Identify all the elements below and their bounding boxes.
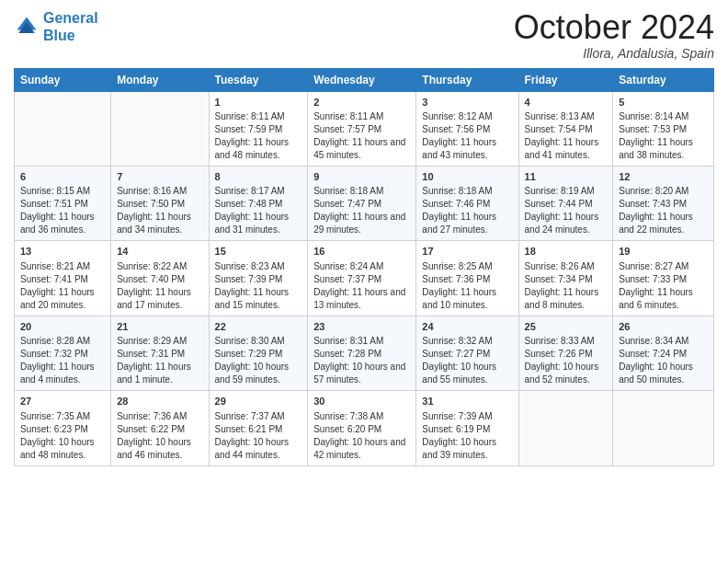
- day-number: 26: [619, 320, 708, 334]
- day-number: 24: [422, 320, 512, 334]
- logo-text: General Blue: [43, 9, 98, 44]
- calendar-cell: [15, 91, 111, 166]
- day-info: Sunrise: 8:23 AMSunset: 7:39 PMDaylight:…: [215, 260, 302, 312]
- logo-line2: Blue: [43, 28, 75, 43]
- day-info: Sunrise: 8:30 AMSunset: 7:29 PMDaylight:…: [215, 335, 302, 386]
- day-info: Sunrise: 8:28 AMSunset: 7:32 PMDaylight:…: [20, 335, 105, 386]
- day-info: Sunrise: 8:12 AMSunset: 7:56 PMDaylight:…: [422, 110, 512, 162]
- day-info: Sunrise: 8:33 AMSunset: 7:26 PMDaylight:…: [525, 335, 608, 386]
- calendar-cell: 6Sunrise: 8:15 AMSunset: 7:51 PMDaylight…: [15, 166, 111, 240]
- day-number: 27: [20, 395, 105, 408]
- day-number: 7: [117, 170, 202, 184]
- day-number: 1: [215, 96, 302, 109]
- day-info: Sunrise: 8:13 AMSunset: 7:54 PMDaylight:…: [525, 110, 608, 162]
- header-sunday: Sunday: [15, 68, 111, 91]
- header-thursday: Thursday: [416, 68, 518, 91]
- header-tuesday: Tuesday: [209, 68, 308, 91]
- calendar-cell: 27Sunrise: 7:35 AMSunset: 6:23 PMDayligh…: [15, 391, 111, 465]
- calendar-week-row: 20Sunrise: 8:28 AMSunset: 7:32 PMDayligh…: [15, 316, 714, 390]
- day-info: Sunrise: 8:25 AMSunset: 7:36 PMDaylight:…: [422, 260, 512, 312]
- day-info: Sunrise: 8:32 AMSunset: 7:27 PMDaylight:…: [422, 335, 512, 386]
- calendar-cell: 12Sunrise: 8:20 AMSunset: 7:43 PMDayligh…: [613, 166, 714, 240]
- calendar-cell: 25Sunrise: 8:33 AMSunset: 7:26 PMDayligh…: [518, 316, 613, 390]
- calendar-cell: [518, 391, 613, 465]
- calendar-cell: 2Sunrise: 8:11 AMSunset: 7:57 PMDaylight…: [308, 91, 416, 166]
- day-info: Sunrise: 8:18 AMSunset: 7:46 PMDaylight:…: [422, 185, 512, 236]
- day-info: Sunrise: 8:24 AMSunset: 7:37 PMDaylight:…: [313, 260, 410, 312]
- day-info: Sunrise: 7:39 AMSunset: 6:19 PMDaylight:…: [422, 410, 512, 462]
- title-block: October 2024 Illora, Andalusia, Spain: [514, 9, 714, 61]
- day-number: 12: [619, 170, 708, 184]
- header-wednesday: Wednesday: [308, 68, 416, 91]
- day-number: 20: [20, 320, 105, 334]
- day-number: 21: [117, 320, 202, 334]
- day-info: Sunrise: 8:18 AMSunset: 7:47 PMDaylight:…: [313, 185, 410, 236]
- day-number: 31: [422, 395, 512, 408]
- calendar-cell: 19Sunrise: 8:27 AMSunset: 7:33 PMDayligh…: [613, 241, 714, 316]
- day-info: Sunrise: 8:16 AMSunset: 7:50 PMDaylight:…: [117, 185, 202, 236]
- day-info: Sunrise: 7:36 AMSunset: 6:22 PMDaylight:…: [117, 410, 202, 462]
- day-number: 19: [619, 245, 708, 259]
- logo-icon: [14, 14, 40, 40]
- logo-line1: General: [43, 10, 98, 26]
- day-number: 28: [117, 395, 202, 408]
- day-number: 15: [215, 245, 302, 259]
- day-number: 2: [313, 96, 410, 109]
- day-number: 17: [422, 245, 512, 259]
- day-info: Sunrise: 8:19 AMSunset: 7:44 PMDaylight:…: [525, 185, 608, 236]
- day-number: 29: [215, 395, 302, 408]
- day-info: Sunrise: 8:21 AMSunset: 7:41 PMDaylight:…: [20, 260, 105, 312]
- day-number: 14: [117, 245, 202, 259]
- calendar-cell: 29Sunrise: 7:37 AMSunset: 6:21 PMDayligh…: [209, 391, 308, 465]
- calendar-cell: 5Sunrise: 8:14 AMSunset: 7:53 PMDaylight…: [613, 91, 714, 166]
- calendar-cell: 3Sunrise: 8:12 AMSunset: 7:56 PMDaylight…: [416, 91, 518, 166]
- calendar-week-row: 6Sunrise: 8:15 AMSunset: 7:51 PMDaylight…: [15, 166, 714, 240]
- calendar-table: SundayMondayTuesdayWednesdayThursdayFrid…: [14, 68, 714, 466]
- calendar-cell: 28Sunrise: 7:36 AMSunset: 6:22 PMDayligh…: [111, 391, 209, 465]
- day-info: Sunrise: 8:17 AMSunset: 7:48 PMDaylight:…: [215, 185, 302, 236]
- day-number: 10: [422, 170, 512, 184]
- calendar-header-row: SundayMondayTuesdayWednesdayThursdayFrid…: [15, 68, 714, 91]
- day-number: 5: [619, 96, 708, 109]
- header-friday: Friday: [518, 68, 613, 91]
- day-info: Sunrise: 8:22 AMSunset: 7:40 PMDaylight:…: [117, 260, 202, 312]
- day-info: Sunrise: 8:34 AMSunset: 7:24 PMDaylight:…: [619, 335, 708, 386]
- day-number: 11: [525, 170, 608, 184]
- calendar-cell: 23Sunrise: 8:31 AMSunset: 7:28 PMDayligh…: [308, 316, 416, 390]
- month-title: October 2024: [514, 9, 714, 46]
- calendar-week-row: 13Sunrise: 8:21 AMSunset: 7:41 PMDayligh…: [15, 241, 714, 316]
- calendar-cell: 21Sunrise: 8:29 AMSunset: 7:31 PMDayligh…: [111, 316, 209, 390]
- day-number: 23: [313, 320, 410, 334]
- day-info: Sunrise: 8:29 AMSunset: 7:31 PMDaylight:…: [117, 335, 202, 386]
- calendar-week-row: 27Sunrise: 7:35 AMSunset: 6:23 PMDayligh…: [15, 391, 714, 465]
- day-info: Sunrise: 7:38 AMSunset: 6:20 PMDaylight:…: [313, 410, 410, 462]
- calendar-cell: 31Sunrise: 7:39 AMSunset: 6:19 PMDayligh…: [416, 391, 518, 465]
- calendar-cell: 9Sunrise: 8:18 AMSunset: 7:47 PMDaylight…: [308, 166, 416, 240]
- day-number: 13: [20, 245, 105, 259]
- calendar-cell: 17Sunrise: 8:25 AMSunset: 7:36 PMDayligh…: [416, 241, 518, 316]
- day-number: 4: [525, 96, 608, 109]
- day-info: Sunrise: 8:26 AMSunset: 7:34 PMDaylight:…: [525, 260, 608, 312]
- day-info: Sunrise: 8:15 AMSunset: 7:51 PMDaylight:…: [20, 185, 105, 236]
- day-info: Sunrise: 7:35 AMSunset: 6:23 PMDaylight:…: [20, 410, 105, 462]
- calendar-cell: 16Sunrise: 8:24 AMSunset: 7:37 PMDayligh…: [308, 241, 416, 316]
- calendar-cell: 8Sunrise: 8:17 AMSunset: 7:48 PMDaylight…: [209, 166, 308, 240]
- header-monday: Monday: [111, 68, 209, 91]
- day-info: Sunrise: 7:37 AMSunset: 6:21 PMDaylight:…: [215, 410, 302, 462]
- calendar-cell: 13Sunrise: 8:21 AMSunset: 7:41 PMDayligh…: [15, 241, 111, 316]
- location: Illora, Andalusia, Spain: [514, 46, 714, 61]
- day-info: Sunrise: 8:31 AMSunset: 7:28 PMDaylight:…: [313, 335, 410, 386]
- day-number: 30: [313, 395, 410, 408]
- calendar-cell: 24Sunrise: 8:32 AMSunset: 7:27 PMDayligh…: [416, 316, 518, 390]
- calendar-cell: [111, 91, 209, 166]
- calendar-cell: [613, 391, 714, 465]
- day-number: 6: [20, 170, 105, 184]
- calendar-cell: 30Sunrise: 7:38 AMSunset: 6:20 PMDayligh…: [308, 391, 416, 465]
- calendar-cell: 10Sunrise: 8:18 AMSunset: 7:46 PMDayligh…: [416, 166, 518, 240]
- day-info: Sunrise: 8:27 AMSunset: 7:33 PMDaylight:…: [619, 260, 708, 312]
- day-number: 16: [313, 245, 410, 259]
- calendar-cell: 11Sunrise: 8:19 AMSunset: 7:44 PMDayligh…: [518, 166, 613, 240]
- day-number: 9: [313, 170, 410, 184]
- day-number: 3: [422, 96, 512, 109]
- calendar-week-row: 1Sunrise: 8:11 AMSunset: 7:59 PMDaylight…: [15, 91, 714, 166]
